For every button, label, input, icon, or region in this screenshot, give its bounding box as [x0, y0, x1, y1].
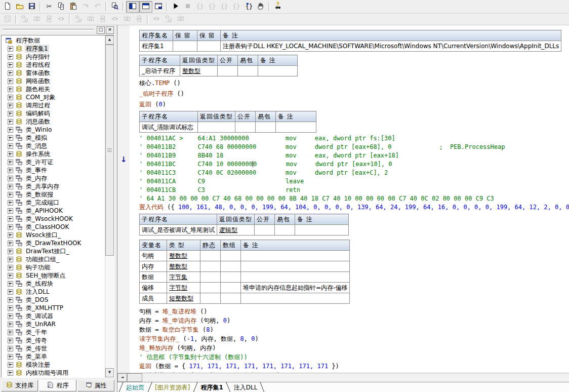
tree-expander[interactable]: [8, 46, 13, 52]
tree-expander[interactable]: [8, 338, 13, 343]
tree-item-label[interactable]: 网络函数: [25, 77, 51, 85]
tree-item[interactable]: 进程线程: [3, 61, 105, 69]
tree-item-label[interactable]: 内核功能号调用: [25, 369, 69, 377]
tree-item-label[interactable]: DrawText接口_: [25, 247, 70, 255]
type-link[interactable]: 整数型: [180, 66, 218, 76]
tree-expander[interactable]: [8, 62, 13, 68]
tree-item-label[interactable]: 类_内存: [25, 174, 48, 182]
layout-resource-button[interactable]: [139, 1, 152, 13]
copy-button[interactable]: [55, 2, 67, 12]
tree-item[interactable]: 功能接口组_: [3, 255, 105, 263]
tree-item-label[interactable]: 进程线程: [25, 61, 51, 69]
hscroll-thumb[interactable]: [127, 373, 142, 382]
tree-item[interactable]: 类_ClassHOOK: [3, 223, 105, 231]
tree-item-label[interactable]: 类_事件: [25, 166, 48, 174]
tree-expander[interactable]: [8, 143, 13, 149]
tree-expander[interactable]: [8, 111, 13, 116]
tree-item[interactable]: SEH_物理断点: [3, 271, 105, 280]
tree-expander[interactable]: [8, 216, 13, 222]
find-in-files-button[interactable]: [109, 2, 121, 12]
tree-item-label[interactable]: 类_菜单: [25, 352, 48, 361]
tree-item[interactable]: 内存指针: [3, 53, 105, 61]
tree-expander[interactable]: [8, 87, 13, 92]
tree-item[interactable]: 类_线程块: [3, 280, 105, 288]
tree-item-label[interactable]: 类_调试器: [25, 312, 54, 320]
tree-expander[interactable]: [8, 370, 13, 376]
tree-expander[interactable]: [8, 135, 13, 141]
workspace-tab-doc[interactable]: 程序: [39, 380, 76, 391]
tree-item-label[interactable]: 类_线程块: [25, 280, 54, 288]
tree-item-label[interactable]: 类_传奇: [25, 336, 48, 344]
tree-item[interactable]: 类_DOS: [3, 296, 105, 304]
tree-item[interactable]: 网络函数: [3, 77, 105, 85]
tree-item[interactable]: 程序集1: [3, 45, 105, 53]
tree-expander[interactable]: [8, 289, 13, 295]
tree-item-label[interactable]: 类_XMLHTTP: [25, 304, 64, 312]
workspace-tab-prop[interactable]: 属性: [77, 380, 114, 391]
tree-item-label[interactable]: 类_DOS: [25, 296, 49, 304]
scroll-up-button[interactable]: ▲: [105, 35, 114, 45]
tree-item[interactable]: Wsock接口_: [3, 231, 105, 239]
tree-item-label[interactable]: 内存指针: [25, 53, 51, 61]
tree-item-label[interactable]: 注入DLL: [25, 288, 51, 296]
tree-expander[interactable]: [8, 184, 13, 189]
tree-expander[interactable]: [8, 273, 13, 279]
tree-item-label[interactable]: 类_消息: [25, 142, 48, 150]
tree-item[interactable]: 类_WsockHOOK: [3, 215, 105, 223]
tree-expander[interactable]: [8, 70, 13, 76]
tree-expander[interactable]: [8, 265, 13, 270]
tree-item[interactable]: 类_共享内存: [3, 182, 105, 190]
tree-item[interactable]: 类_传奇: [3, 336, 105, 344]
tree-item-label[interactable]: 类_APIHOOK: [25, 207, 64, 215]
tree-expander[interactable]: [8, 176, 13, 181]
tree-item[interactable]: 类_消息: [3, 142, 105, 150]
tree-item-label[interactable]: Wsock接口_: [25, 231, 62, 239]
editor-body[interactable]: ↓ 程序集名保 留保 留备 注程序集1注册表钩子DLL HKEY_LOCAL_M…: [117, 25, 569, 373]
tree-item[interactable]: 类_UnRAR: [3, 320, 105, 328]
tree-item[interactable]: 类_菜单: [3, 352, 105, 361]
tree-item[interactable]: 类_传世: [3, 344, 105, 352]
tree-item[interactable]: 类_许可证: [3, 158, 105, 166]
tree-expander[interactable]: [8, 127, 13, 133]
type-link[interactable]: 整数型: [167, 261, 200, 272]
tree-item-label[interactable]: 类_完成端口: [25, 199, 60, 207]
scroll-left-button[interactable]: ◄: [117, 373, 127, 382]
tree-item[interactable]: 类_完成端口: [3, 199, 105, 207]
tree-item-label[interactable]: 类_传世: [25, 344, 48, 352]
tree-item[interactable]: 类_DrawTextHOOK: [3, 239, 105, 247]
tree-root-label[interactable]: 程序数据: [15, 36, 41, 45]
document-tab[interactable]: 注入DLL: [230, 382, 262, 392]
tree-item[interactable]: 类_调试器: [3, 312, 105, 320]
tree-item-label[interactable]: 类_数据报: [25, 190, 54, 199]
type-link[interactable]: 逻辑型: [217, 225, 255, 236]
tree-item-label[interactable]: 类_DrawTextHOOK: [25, 239, 82, 247]
tree-expander[interactable]: [8, 257, 13, 262]
tree-item-label[interactable]: 操作系统: [25, 150, 51, 158]
tree-item[interactable]: 类_千年: [3, 328, 105, 336]
tree-expander[interactable]: [8, 54, 13, 60]
tree-item-label[interactable]: 编码解码: [25, 109, 51, 117]
tree-item[interactable]: 注入DLL: [3, 288, 105, 296]
tree-item[interactable]: COM_对象: [3, 93, 105, 101]
tree-item-label[interactable]: COM_对象: [25, 93, 56, 101]
tree-expander[interactable]: [8, 346, 13, 351]
tree-item-label[interactable]: 程序集1: [25, 45, 49, 53]
panel-close-button[interactable]: ×: [106, 26, 114, 34]
tree-item[interactable]: 类_模拟: [3, 134, 105, 142]
tree-expander[interactable]: [8, 241, 13, 246]
tree-scroll-thumb[interactable]: [105, 45, 114, 256]
tree-item-label[interactable]: 消息函数: [25, 117, 51, 126]
dock-grip[interactable]: [3, 29, 94, 31]
tree-expander[interactable]: [8, 330, 13, 335]
tree-expander[interactable]: [8, 208, 13, 214]
workspace-tab-lib[interactable]: 支持库: [1, 380, 38, 391]
panel-maximize-button[interactable]: □: [97, 26, 105, 34]
tree-scroll-track[interactable]: [105, 45, 114, 368]
type-link[interactable]: 短整数型: [167, 293, 200, 304]
tree-item-label[interactable]: 类_WinIo: [25, 126, 53, 134]
tree-item-label[interactable]: 类_模拟: [25, 134, 48, 142]
editor-hscrollbar[interactable]: ◄: [117, 373, 569, 382]
editor-content[interactable]: 程序集名保 留保 留备 注程序集1注册表钩子DLL HKEY_LOCAL_MAC…: [130, 25, 569, 373]
tree-expander[interactable]: [8, 281, 13, 287]
type-link[interactable]: 字节集: [167, 272, 200, 283]
